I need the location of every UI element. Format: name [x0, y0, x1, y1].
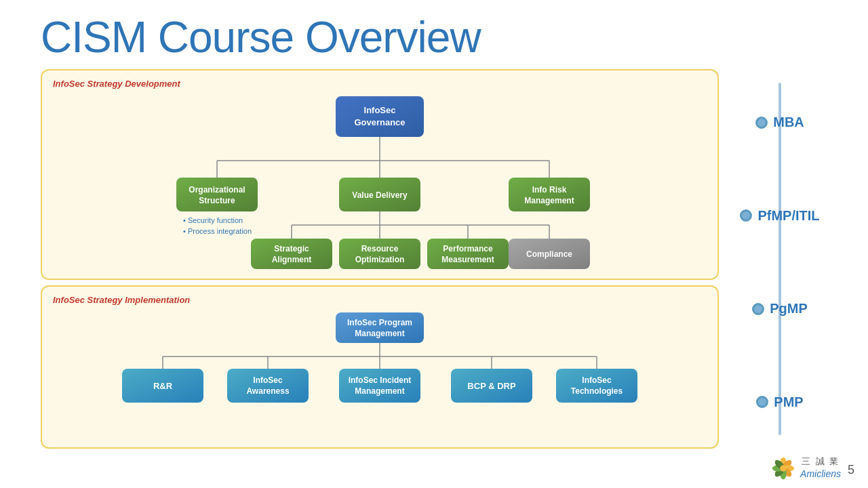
- svg-text:Performance: Performance: [443, 244, 493, 253]
- svg-text:InfoSec Incident: InfoSec Incident: [349, 375, 412, 385]
- bottom-diagram-svg: InfoSec Program Management R&R InfoSec: [53, 309, 707, 414]
- diagram-area: InfoSec Strategy Development: [41, 69, 719, 449]
- svg-text:BCP & DRP: BCP & DRP: [467, 381, 516, 391]
- svg-text:Structure: Structure: [199, 196, 235, 205]
- sidebar-dot-mba: [755, 117, 768, 129]
- svg-text:Compliance: Compliance: [526, 249, 572, 259]
- svg-text:InfoSec: InfoSec: [364, 105, 396, 115]
- svg-text:Management: Management: [355, 329, 404, 338]
- svg-rect-34: [336, 312, 424, 343]
- svg-text:Organizational: Organizational: [189, 185, 245, 195]
- sidebar-label-pgmp: PgMP: [770, 301, 808, 317]
- sidebar-label-pfmp: PfMP/ITIL: [757, 208, 819, 224]
- sidebar-dot-pmp: [756, 396, 768, 408]
- sidebar-item-pgmp: PgMP: [752, 301, 808, 317]
- sidebar-dot-pgmp: [752, 303, 764, 315]
- svg-text:Optimization: Optimization: [355, 255, 405, 264]
- top-diagram-svg: InfoSec Governance Organizational Struct…: [53, 93, 707, 269]
- svg-rect-46: [227, 369, 309, 403]
- svg-point-65: [780, 465, 787, 472]
- svg-text:Management: Management: [524, 196, 574, 205]
- sidebar-item-pfmp: PfMP/ITIL: [740, 208, 819, 224]
- svg-rect-29: [427, 239, 509, 269]
- svg-text:Technologies: Technologies: [571, 386, 623, 396]
- svg-text:Strategic: Strategic: [274, 244, 309, 253]
- logo-area: 三 誠 業 Amicliens: [770, 455, 841, 481]
- svg-text:• Security function: • Security function: [183, 216, 243, 224]
- content-area: InfoSec Strategy Development: [0, 69, 868, 449]
- sidebar-label-mba: MBA: [773, 115, 804, 130]
- panel-top: InfoSec Strategy Development: [41, 69, 719, 280]
- logo-flower-icon: [770, 455, 796, 481]
- svg-text:InfoSec: InfoSec: [582, 375, 612, 385]
- sidebar-label-pmp: PMP: [774, 394, 803, 410]
- svg-text:R&R: R&R: [153, 381, 173, 391]
- svg-text:Resource: Resource: [361, 244, 399, 253]
- panel-bottom: InfoSec Strategy Implementation InfoSec …: [41, 285, 719, 449]
- svg-text:Measurement: Measurement: [441, 255, 494, 264]
- svg-text:Governance: Governance: [354, 117, 405, 127]
- page-number: 5: [848, 463, 854, 477]
- sidebar-item-mba: MBA: [755, 115, 804, 130]
- svg-rect-54: [556, 369, 637, 403]
- svg-rect-14: [509, 178, 590, 211]
- svg-rect-23: [251, 239, 332, 269]
- svg-text:InfoSec Program: InfoSec Program: [347, 318, 412, 327]
- sidebar-items: MBA PfMP/ITIL PgMP PMP: [732, 76, 827, 449]
- logo-text: 三 誠 業 Amicliens: [800, 456, 841, 480]
- svg-text:• Process integration: • Process integration: [183, 227, 252, 235]
- svg-text:Management: Management: [355, 386, 404, 396]
- svg-text:Value Delivery: Value Delivery: [352, 190, 408, 200]
- sidebar-item-pmp: PMP: [756, 394, 803, 410]
- panel-bottom-label: InfoSec Strategy Implementation: [53, 295, 707, 305]
- panel-top-label: InfoSec Strategy Development: [53, 79, 707, 89]
- logo-brand: Amicliens: [800, 468, 841, 480]
- svg-text:Awareness: Awareness: [246, 386, 289, 396]
- svg-text:Info Risk: Info Risk: [532, 185, 567, 195]
- logo-chinese: 三 誠 業: [800, 456, 841, 468]
- infosec-governance-node: [336, 96, 424, 137]
- svg-rect-7: [176, 178, 258, 211]
- svg-text:Alignment: Alignment: [272, 255, 312, 264]
- sidebar: MBA PfMP/ITIL PgMP PMP: [732, 69, 827, 449]
- svg-rect-26: [339, 239, 420, 269]
- page-title: CISM Course Overview: [0, 0, 868, 69]
- sidebar-dot-pfmp: [740, 209, 752, 222]
- svg-rect-49: [339, 369, 420, 403]
- svg-text:InfoSec: InfoSec: [253, 375, 283, 385]
